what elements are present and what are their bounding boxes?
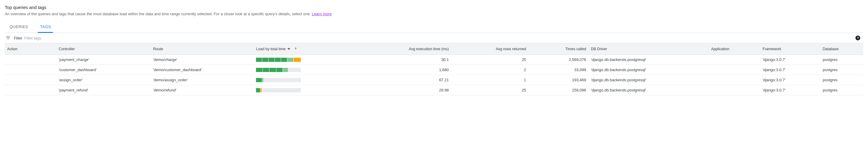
arrow-down-icon	[294, 46, 298, 52]
table-row[interactable]: 'assign_order''demo/assign_order'67.2111…	[5, 75, 863, 85]
cell-framework: 'django:3.0.7'	[760, 75, 820, 85]
col-load-label: Load by total time	[256, 47, 285, 51]
cell-framework: 'django:3.0.7'	[760, 65, 820, 75]
cell-application	[709, 85, 760, 95]
filter-bar: Filter ?	[5, 33, 863, 43]
cell-times: 258,096	[528, 85, 588, 95]
cell-action	[5, 65, 56, 75]
table-row[interactable]: 'payment_charge''demo/charge'30.1252,569…	[5, 55, 863, 65]
cell-framework: 'django:3.0.7'	[760, 55, 820, 65]
cell-controller: 'assign_order'	[56, 75, 151, 85]
load-segment	[276, 68, 283, 72]
cell-exec: 30.1	[356, 55, 451, 65]
load-segment	[269, 58, 275, 62]
cell-load	[254, 65, 356, 75]
cell-exec: 1,680	[356, 65, 451, 75]
filter-input[interactable]	[24, 36, 854, 40]
col-database[interactable]: Database	[820, 43, 863, 55]
cell-route: 'demo/customer_dashboard'	[151, 65, 254, 75]
load-bar	[256, 58, 301, 62]
tab-tags[interactable]: TAGS	[38, 22, 53, 33]
cell-action	[5, 75, 56, 85]
load-segment	[256, 68, 263, 72]
cell-database: postgres	[820, 55, 863, 65]
col-load[interactable]: Load by total time	[254, 43, 356, 55]
load-segment	[256, 78, 262, 82]
cell-driver: 'django.db.backends.postgresql'	[588, 85, 709, 95]
load-segment	[264, 78, 301, 82]
cell-database: postgres	[820, 85, 863, 95]
table-header-row: Action Controller Route Load by total ti…	[5, 43, 863, 55]
cell-route: 'demo/assign_order'	[151, 75, 254, 85]
cell-rows: 2	[451, 65, 528, 75]
cell-database: postgres	[820, 65, 863, 75]
col-route[interactable]: Route	[151, 43, 254, 55]
load-bar	[256, 68, 301, 72]
section-subtitle: An overview of the queries and tags that…	[5, 12, 863, 16]
col-action[interactable]: Action	[5, 43, 56, 55]
table-row[interactable]: 'payment_refund''demo/refund'29.9825258,…	[5, 85, 863, 95]
cell-load	[254, 55, 356, 65]
cell-times: 193,469	[528, 75, 588, 85]
load-segment	[293, 58, 301, 62]
cell-load	[254, 85, 356, 95]
sort-caret-icon	[287, 48, 290, 50]
col-rows[interactable]: Avg rows returned	[451, 43, 528, 55]
cell-exec: 67.21	[356, 75, 451, 85]
cell-route: 'demo/charge'	[151, 55, 254, 65]
cell-action	[5, 85, 56, 95]
col-application[interactable]: Application	[709, 43, 760, 55]
cell-framework: 'django:3.0.7'	[760, 85, 820, 95]
col-controller[interactable]: Controller	[56, 43, 151, 55]
cell-exec: 29.98	[356, 85, 451, 95]
load-segment	[270, 68, 276, 72]
subtitle-text: An overview of the queries and tags that…	[5, 12, 312, 16]
cell-route: 'demo/refund'	[151, 85, 254, 95]
load-segment	[275, 58, 281, 62]
cell-rows: 25	[451, 85, 528, 95]
cell-times: 2,569,076	[528, 55, 588, 65]
load-segment	[283, 68, 288, 72]
col-times[interactable]: Times called	[528, 43, 588, 55]
load-segment	[288, 68, 301, 72]
cell-application	[709, 55, 760, 65]
tab-queries[interactable]: QUERIES	[7, 22, 30, 33]
cell-rows: 25	[451, 55, 528, 65]
cell-load	[254, 75, 356, 85]
load-segment	[281, 58, 287, 62]
cell-times: 33,099	[528, 65, 588, 75]
cell-application	[709, 65, 760, 75]
cell-driver: 'django.db.backends.postgresql'	[588, 55, 709, 65]
table-row[interactable]: 'customer_dashboard''demo/customer_dashb…	[5, 65, 863, 75]
load-bar	[256, 88, 301, 92]
results-table: Action Controller Route Load by total ti…	[5, 43, 863, 95]
tab-bar: QUERIES TAGS	[5, 22, 863, 33]
load-segment	[262, 58, 269, 62]
learn-more-link[interactable]: Learn more	[312, 12, 332, 16]
filter-icon	[5, 35, 11, 41]
load-segment	[256, 58, 262, 62]
col-framework[interactable]: Framework	[760, 43, 820, 55]
cell-application	[709, 75, 760, 85]
cell-rows: 1	[451, 75, 528, 85]
load-bar	[256, 78, 301, 82]
load-segment	[256, 88, 260, 92]
cell-controller: 'payment_refund'	[56, 85, 151, 95]
load-segment	[263, 68, 270, 72]
load-segment	[287, 58, 293, 62]
help-icon[interactable]: ?	[856, 36, 860, 40]
cell-action	[5, 55, 56, 65]
cell-database: postgres	[820, 75, 863, 85]
load-segment	[262, 88, 301, 92]
col-exec[interactable]: Avg execution time (ms)	[356, 43, 451, 55]
cell-driver: 'django.db.backends.postgresql'	[588, 65, 709, 75]
cell-controller: 'customer_dashboard'	[56, 65, 151, 75]
cell-controller: 'payment_charge'	[56, 55, 151, 65]
filter-label: Filter	[14, 36, 22, 40]
col-driver[interactable]: DB Driver	[588, 43, 709, 55]
cell-driver: 'django.db.backends.postgresql'	[588, 75, 709, 85]
section-title: Top queries and tags	[5, 5, 863, 10]
